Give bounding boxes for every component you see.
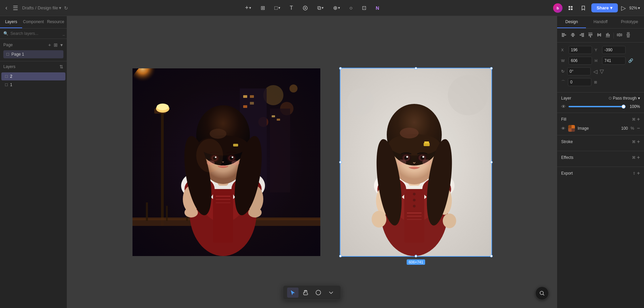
flip-h-icon[interactable]: ◁ bbox=[593, 68, 597, 75]
search-fab[interactable] bbox=[535, 287, 549, 300]
align-right-btn[interactable] bbox=[578, 31, 585, 40]
image-left-container[interactable] bbox=[132, 68, 320, 256]
page-grid-btn[interactable]: ⊞ bbox=[53, 42, 58, 48]
frame-tool-button[interactable]: ⊞ bbox=[259, 3, 267, 12]
search-input[interactable] bbox=[10, 31, 61, 36]
opacity-slider[interactable] bbox=[569, 106, 626, 107]
svg-point-62 bbox=[232, 156, 233, 158]
tab-handoff[interactable]: Handoff bbox=[586, 16, 615, 28]
boolean-tool-button[interactable]: ⊕ ▾ bbox=[331, 3, 342, 12]
svg-rect-121 bbox=[582, 36, 584, 37]
svg-rect-122 bbox=[584, 33, 584, 37]
svg-rect-111 bbox=[562, 33, 565, 34]
align-top-btn[interactable] bbox=[587, 31, 594, 40]
svg-rect-14 bbox=[243, 95, 247, 98]
comment-tool-btn[interactable] bbox=[313, 288, 324, 298]
align-hcenter-btn[interactable] bbox=[569, 31, 577, 40]
svg-rect-13 bbox=[270, 109, 290, 192]
tab-layers[interactable]: Layers bbox=[0, 16, 22, 28]
distribute-v-btn[interactable] bbox=[625, 31, 632, 40]
svg-rect-120 bbox=[580, 35, 584, 36]
corner-expand-icon[interactable]: ⊞ bbox=[594, 80, 597, 84]
crop-tool-button[interactable]: ⊡ bbox=[360, 3, 368, 12]
text-tool-button[interactable]: T bbox=[288, 4, 295, 12]
visibility-eye-icon[interactable]: 👁 bbox=[561, 104, 566, 109]
fill-visibility-icon[interactable]: 👁 bbox=[561, 126, 566, 131]
layer-icon-1: ☐ bbox=[5, 83, 8, 87]
export-cmd-icon: ⇧ bbox=[633, 171, 636, 176]
flip-v-icon[interactable]: ▷ bbox=[599, 69, 605, 73]
export-add-btn[interactable]: + bbox=[637, 170, 640, 176]
align-left-btn[interactable] bbox=[560, 31, 568, 40]
y-input[interactable] bbox=[602, 46, 626, 54]
tab-design[interactable]: Design bbox=[557, 16, 586, 28]
position-section: X Y W H 🔗 ↻ ◁ ▷ ⌒ ⊞ bbox=[557, 43, 644, 93]
aspect-ratio-lock-icon[interactable]: 🔗 bbox=[628, 58, 633, 63]
svg-point-54 bbox=[210, 129, 226, 139]
fill-cmd-icon: ⌘ bbox=[632, 117, 636, 122]
layer-item-1[interactable]: ☐ 1 bbox=[1, 81, 65, 89]
shape-tool-button[interactable]: □ ▾ bbox=[272, 4, 282, 12]
circle-tool-button[interactable]: ○ bbox=[347, 4, 355, 12]
page-expand-btn[interactable]: ▾ bbox=[60, 42, 63, 48]
select-tool-btn[interactable] bbox=[287, 288, 299, 298]
corner-input[interactable] bbox=[568, 78, 591, 86]
zoom-display[interactable]: 92% ▾ bbox=[629, 6, 640, 10]
fill-add-btn[interactable]: + bbox=[637, 116, 640, 122]
align-toolbar bbox=[557, 28, 644, 43]
fill-remove-btn[interactable]: − bbox=[637, 125, 640, 131]
effects-add-btn[interactable]: + bbox=[637, 155, 640, 161]
add-button[interactable]: + ▾ bbox=[243, 3, 254, 13]
svg-rect-118 bbox=[573, 33, 573, 37]
stroke-section: Stroke ⌘ + bbox=[557, 135, 644, 151]
w-input[interactable] bbox=[569, 57, 592, 65]
tab-component[interactable]: Component bbox=[22, 16, 44, 28]
left-panel: Layers Component Resource 🔍 _ Page + ⊞ ▾… bbox=[0, 16, 67, 308]
h-label: H bbox=[595, 59, 599, 63]
distribute-h-btn[interactable] bbox=[616, 31, 623, 40]
layer-item-2[interactable]: ☐ 2 bbox=[1, 72, 65, 80]
layer-mode-select[interactable]: Pass through ▾ bbox=[609, 96, 640, 101]
svg-point-65 bbox=[231, 161, 239, 165]
svg-rect-124 bbox=[590, 34, 591, 38]
breadcrumb-filename[interactable]: Design file ▾ bbox=[38, 5, 61, 10]
svg-rect-15 bbox=[250, 95, 254, 98]
align-vcenter-btn[interactable] bbox=[595, 31, 603, 40]
assets-button[interactable] bbox=[566, 3, 575, 13]
stroke-add-btn[interactable]: + bbox=[637, 139, 640, 145]
page-item-1[interactable]: ☐ Page 1 bbox=[3, 50, 63, 58]
menu-button[interactable]: ☰ bbox=[11, 3, 19, 13]
component-tool-button[interactable]: ⧉ ▾ bbox=[315, 4, 326, 12]
effects-label: Effects bbox=[561, 155, 573, 160]
breadcrumb: Drafts / Design file ▾ bbox=[22, 5, 61, 10]
tab-prototype[interactable]: Prototype bbox=[615, 16, 644, 28]
svg-rect-5 bbox=[571, 8, 573, 10]
layers-sort-btn[interactable]: ⇅ bbox=[59, 64, 63, 69]
stroke-label: Stroke bbox=[561, 139, 573, 144]
image-right-container[interactable]: 606×741 bbox=[340, 68, 491, 256]
x-input[interactable] bbox=[569, 46, 592, 54]
svg-point-47 bbox=[248, 207, 262, 218]
canvas-area[interactable]: 606×741 bbox=[67, 16, 557, 308]
h-input[interactable] bbox=[602, 57, 626, 65]
effects-section-header: Effects ⌘ + bbox=[561, 155, 640, 161]
play-button[interactable]: ▷ bbox=[621, 4, 626, 12]
rotation-input[interactable] bbox=[567, 67, 591, 75]
fill-color-preview[interactable] bbox=[568, 125, 575, 132]
page-add-btn[interactable]: + bbox=[48, 42, 52, 48]
page-item-label: Page 1 bbox=[11, 52, 24, 57]
share-button[interactable]: Design Share ▾ bbox=[591, 3, 618, 12]
fill-section: Fill ⌘ + 👁 Image 100 bbox=[557, 113, 644, 135]
tab-resource[interactable]: Resource bbox=[45, 16, 67, 28]
plugin-tool-button[interactable]: N bbox=[374, 4, 381, 12]
fill-actions: ⌘ + bbox=[632, 116, 640, 122]
hand-tool-btn[interactable] bbox=[300, 288, 311, 298]
bookmark-button[interactable] bbox=[579, 3, 588, 13]
back-button[interactable]: ‹ bbox=[4, 3, 9, 13]
corner-row: ⌒ ⊞ bbox=[561, 78, 640, 86]
svg-rect-125 bbox=[591, 34, 592, 36]
layer-icon-2: ☐ bbox=[5, 74, 8, 79]
align-bottom-btn[interactable] bbox=[604, 31, 611, 40]
pen-tool-button[interactable] bbox=[301, 4, 310, 12]
more-tool-btn[interactable] bbox=[325, 288, 337, 298]
